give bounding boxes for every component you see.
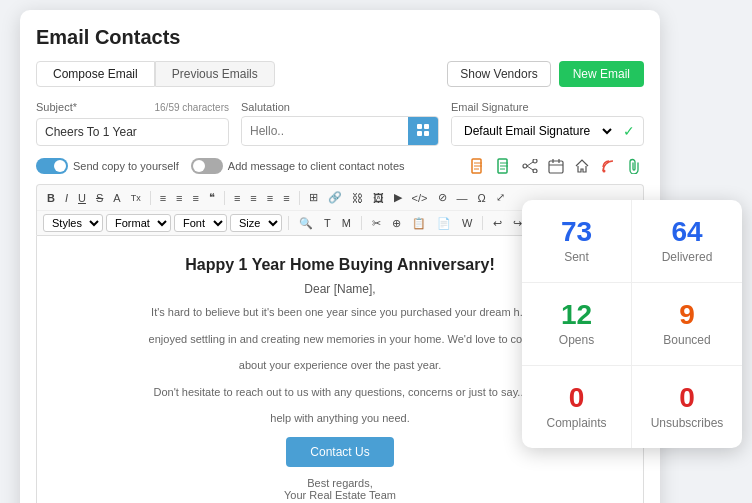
indent-btn[interactable]: ≡: [189, 190, 203, 206]
blockquote-btn[interactable]: ❝: [205, 189, 219, 206]
stat-unsubscribes-label: Unsubscribes: [648, 416, 726, 430]
code-btn[interactable]: </>: [408, 190, 432, 206]
signature-group: Email Signature Default Email Signature …: [451, 101, 644, 146]
copy-btn[interactable]: ⊕: [388, 215, 405, 232]
clear-btn[interactable]: ⊘: [434, 189, 451, 206]
char-count: 16/59 characters: [155, 102, 230, 113]
stat-sent-label: Sent: [538, 250, 615, 264]
undo-btn[interactable]: ↩: [489, 215, 506, 232]
stat-unsubscribes-value: 0: [648, 384, 726, 412]
share-icon[interactable]: [520, 156, 540, 176]
calendar-icon[interactable]: [546, 156, 566, 176]
stat-complaints: 0 Complaints: [522, 366, 632, 448]
stat-opens: 12 Opens: [522, 283, 632, 366]
link-btn[interactable]: 🔗: [324, 189, 346, 206]
svg-rect-9: [549, 161, 563, 173]
stat-delivered: 64 Delivered: [632, 200, 742, 283]
align-center-btn[interactable]: ≡: [246, 190, 260, 206]
subject-label: Subject*: [36, 101, 77, 113]
stat-bounced: 9 Bounced: [632, 283, 742, 366]
sep1: [150, 191, 151, 205]
stat-opens-value: 12: [538, 301, 615, 329]
new-email-button[interactable]: New Email: [559, 61, 644, 87]
stat-unsubscribes: 0 Unsubscribes: [632, 366, 742, 448]
svg-point-7: [533, 169, 537, 173]
salutation-group: Salutation: [241, 101, 439, 146]
toggles-row: Send copy to yourself Add message to cli…: [36, 156, 644, 176]
page-title: Email Contacts: [36, 26, 644, 49]
paste-text-btn[interactable]: 📄: [433, 215, 455, 232]
rss-icon[interactable]: [598, 156, 618, 176]
ul-btn[interactable]: ≡: [172, 190, 186, 206]
search-btn[interactable]: 🔍: [295, 215, 317, 232]
special-btn[interactable]: Ω: [474, 190, 490, 206]
stats-card: 73 Sent 64 Delivered 12 Opens 9 Bounced …: [522, 200, 742, 448]
image-btn[interactable]: 🖼: [369, 190, 388, 206]
font-select[interactable]: Font: [174, 214, 227, 232]
sep4: [288, 216, 289, 230]
contact-us-button[interactable]: Contact Us: [286, 437, 393, 467]
toggle-send-copy: Send copy to yourself: [36, 158, 179, 174]
subject-input[interactable]: [36, 118, 229, 146]
stat-delivered-label: Delivered: [648, 250, 726, 264]
add-message-label: Add message to client contact notes: [228, 160, 405, 172]
font-bg-btn[interactable]: Tx: [127, 191, 145, 205]
align-justify-btn[interactable]: ≡: [279, 190, 293, 206]
add-message-toggle[interactable]: [191, 158, 223, 174]
email-team: Your Real Estate Team: [57, 489, 623, 501]
styles-select[interactable]: Styles: [43, 214, 103, 232]
tabs: Compose Email Previous Emails: [36, 61, 275, 87]
attach-file-icon[interactable]: [494, 156, 514, 176]
svg-point-10: [603, 170, 606, 173]
fullscreen-btn[interactable]: ⤢: [492, 189, 509, 206]
sep6: [482, 216, 483, 230]
font-color-btn[interactable]: A: [109, 190, 124, 206]
sep5: [361, 216, 362, 230]
template-btn[interactable]: T: [320, 215, 335, 231]
form-row: Subject* 16/59 characters Salutation: [36, 101, 644, 146]
send-copy-toggle[interactable]: [36, 158, 68, 174]
paste-word-btn[interactable]: W: [458, 215, 476, 231]
attach-doc-icon[interactable]: [468, 156, 488, 176]
salutation-icon-btn[interactable]: [408, 117, 438, 145]
hr-btn[interactable]: —: [453, 190, 472, 206]
video-btn[interactable]: ▶: [390, 189, 406, 206]
strikethrough-btn[interactable]: S: [92, 190, 107, 206]
stat-complaints-value: 0: [538, 384, 615, 412]
stats-grid: 73 Sent 64 Delivered 12 Opens 9 Bounced …: [522, 200, 742, 448]
stat-delivered-value: 64: [648, 218, 726, 246]
svg-point-6: [533, 159, 537, 163]
signature-select[interactable]: Default Email Signature: [452, 117, 615, 145]
unlink-btn[interactable]: ⛓: [348, 190, 367, 206]
toggles-left: Send copy to yourself Add message to cli…: [36, 158, 405, 174]
table-btn[interactable]: ⊞: [305, 189, 322, 206]
stat-complaints-label: Complaints: [538, 416, 615, 430]
align-right-btn[interactable]: ≡: [263, 190, 277, 206]
home-icon[interactable]: [572, 156, 592, 176]
salutation-input[interactable]: [242, 118, 408, 144]
merge-btn[interactable]: M: [338, 215, 355, 231]
salutation-input-wrap: [241, 116, 439, 146]
svg-rect-2: [417, 131, 422, 136]
svg-rect-3: [424, 131, 429, 136]
size-select[interactable]: Size: [230, 214, 282, 232]
stat-bounced-value: 9: [648, 301, 726, 329]
clip-icon[interactable]: [624, 156, 644, 176]
format-select[interactable]: Format: [106, 214, 171, 232]
toggle-add-message: Add message to client contact notes: [191, 158, 405, 174]
signature-wrap: Default Email Signature ✓: [451, 116, 644, 146]
ol-btn[interactable]: ≡: [156, 190, 170, 206]
bold-btn[interactable]: B: [43, 190, 59, 206]
tab-compose-email[interactable]: Compose Email: [36, 61, 155, 87]
stat-sent: 73 Sent: [522, 200, 632, 283]
stat-bounced-label: Bounced: [648, 333, 726, 347]
signature-check-icon: ✓: [615, 117, 643, 145]
tab-previous-emails[interactable]: Previous Emails: [155, 61, 275, 87]
show-vendors-button[interactable]: Show Vendors: [447, 61, 550, 87]
paste-btn[interactable]: 📋: [408, 215, 430, 232]
cut-btn[interactable]: ✂: [368, 215, 385, 232]
signature-label: Email Signature: [451, 101, 644, 113]
align-left-btn[interactable]: ≡: [230, 190, 244, 206]
italic-btn[interactable]: I: [61, 190, 72, 206]
underline-btn[interactable]: U: [74, 190, 90, 206]
